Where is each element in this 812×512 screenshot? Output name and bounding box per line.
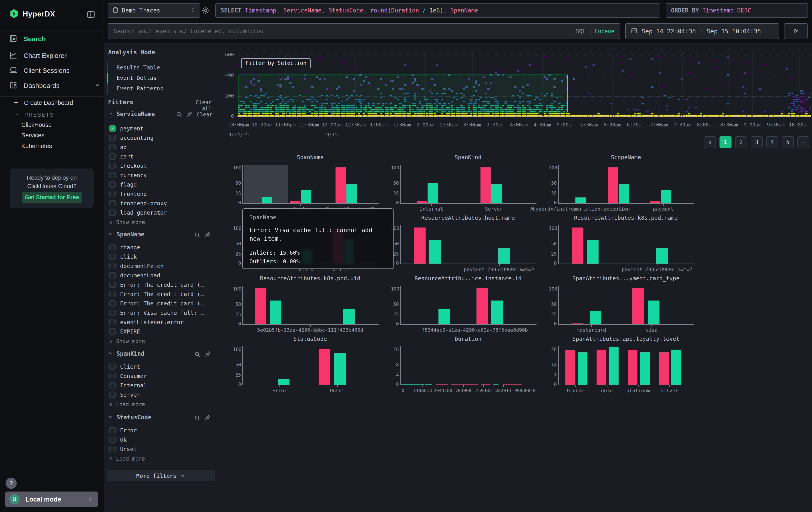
filter-checkbox[interactable] <box>109 281 116 288</box>
delta-bar-inlier[interactable] <box>656 248 668 264</box>
delta-bar-inlier[interactable] <box>334 353 346 385</box>
get-started-button[interactable]: Get Started for Free <box>22 192 82 203</box>
chart-x-label[interactable]: 703098 <box>455 388 471 393</box>
filter-checkbox[interactable] <box>109 300 116 306</box>
pin-icon[interactable] <box>204 351 211 358</box>
sidebar-item-dashboards[interactable]: Dashboards <box>9 81 104 90</box>
page-button-4[interactable]: 4 <box>766 136 778 148</box>
delta-bar-inlier[interactable] <box>262 197 272 203</box>
chevron-down-icon[interactable] <box>108 111 113 117</box>
delta-bar-inlier[interactable] <box>301 190 311 203</box>
delta-bar-inlier[interactable] <box>270 300 281 324</box>
delta-bar-outlier[interactable] <box>290 201 300 203</box>
show-more-button[interactable]: Load more <box>109 456 145 462</box>
delta-bar-inlier[interactable] <box>278 379 289 385</box>
delta-bar-outlier[interactable] <box>336 167 346 203</box>
delta-bar-inlier[interactable] <box>661 190 671 203</box>
filter-option-label[interactable]: Unset <box>120 446 137 452</box>
filter-option-label[interactable]: click <box>120 253 137 260</box>
page-button-3[interactable]: 3 <box>751 136 763 148</box>
chevron-down-icon[interactable] <box>108 231 113 238</box>
chart-x-label[interactable]: visa <box>646 327 658 333</box>
page-button-5[interactable]: 5 <box>782 136 794 148</box>
filter-option-label[interactable]: Ok <box>120 436 127 443</box>
delta-bar-outlier[interactable] <box>417 201 427 203</box>
filter-checkbox[interactable] <box>109 200 116 206</box>
filter-checkbox[interactable] <box>109 363 116 370</box>
filter-option-label[interactable]: eventListener.error <box>120 319 184 325</box>
show-more-button[interactable]: Load more <box>109 401 145 408</box>
filter-checkbox[interactable] <box>109 436 116 443</box>
delta-bar-inlier[interactable] <box>609 347 618 385</box>
gear-icon[interactable] <box>201 6 210 16</box>
sidebar-preset-kubernetes[interactable]: Kubernetes <box>21 143 52 150</box>
chart-x-label[interactable]: gold <box>601 388 613 393</box>
filter-checkbox[interactable] <box>109 291 116 297</box>
chart-x-label[interactable]: 2944180 <box>434 388 452 393</box>
delta-bar-outlier[interactable] <box>572 323 583 324</box>
filter-checkbox[interactable] <box>109 382 116 388</box>
delta-bar-outlier[interactable] <box>414 227 426 264</box>
chart-x-label[interactable]: 759483 <box>475 388 492 393</box>
show-more-button[interactable]: Show more <box>109 338 145 344</box>
delta-bar-outlier[interactable] <box>659 352 669 385</box>
chart-x-label[interactable]: payment <box>653 206 673 212</box>
filter-checkbox[interactable] <box>109 319 116 325</box>
filter-checkbox[interactable] <box>109 182 116 188</box>
sql-select-editor[interactable]: SELECT Timestamp, ServiceName, StatusCod… <box>215 3 660 18</box>
source-select[interactable]: Demo Traces <box>108 3 200 18</box>
filter-option-label[interactable]: accounting <box>120 135 154 141</box>
filter-option-label[interactable]: documentLoad <box>120 272 160 279</box>
delta-bar-outlier[interactable] <box>632 288 644 324</box>
lang-sql-toggle[interactable]: SQL <box>576 28 586 34</box>
filter-checkbox[interactable] <box>109 272 116 278</box>
delta-bar-outlier[interactable] <box>597 350 606 385</box>
filter-option-label[interactable]: flagd <box>120 182 137 188</box>
filter-option-label[interactable]: frontend-proxy <box>120 200 167 207</box>
page-prev-button[interactable]: ‹ <box>704 136 716 148</box>
sidebar-item-client-sessions[interactable]: Client Sessions <box>9 66 104 76</box>
chart-x-label[interactable]: Server <box>485 206 502 212</box>
filter-option-label[interactable]: cart <box>120 153 134 160</box>
sidebar-preset-services[interactable]: Services <box>21 132 45 139</box>
create-dashboard-button[interactable]: Create Dashboard <box>13 99 73 106</box>
filter-checkbox[interactable] <box>109 244 116 250</box>
analysis-mode-option[interactable]: Event Patterns <box>117 85 164 92</box>
filter-option-label[interactable]: change <box>120 244 140 251</box>
filter-checkbox[interactable] <box>109 328 116 334</box>
delta-bar-inlier[interactable] <box>438 309 450 324</box>
chart-x-label[interactable]: 5e02b5fb-13ae-4296-bbbc-111f423c460d <box>257 327 363 333</box>
chevron-down-icon[interactable] <box>108 351 113 357</box>
chart-x-label[interactable]: 99930810 <box>514 388 535 393</box>
chart-x-label[interactable]: 822013 <box>495 388 511 393</box>
chart-x-label[interactable]: Unset <box>330 388 345 393</box>
page-next-button[interactable]: › <box>797 136 809 148</box>
chart-x-label[interactable]: 0 <box>402 388 404 393</box>
chart-x-label[interactable]: bronze <box>567 388 584 393</box>
delta-bar-inlier[interactable] <box>491 184 502 203</box>
search-bar[interactable]: SQL | Lucene <box>108 23 620 39</box>
delta-bar-inlier[interactable] <box>619 184 629 203</box>
chart-x-label[interactable]: f5344ec9-a1ea-4290-a62a-78f5bee8d90b <box>422 327 528 333</box>
delta-bar-outlier[interactable] <box>476 288 488 324</box>
filter-option-label[interactable]: Consumer <box>120 373 147 379</box>
filter-checkbox[interactable] <box>109 153 116 160</box>
more-filters-button[interactable]: More filters <box>107 470 215 481</box>
chart-x-label[interactable]: @hyperdx/instrumentation-exception <box>530 206 630 212</box>
filter-checkbox[interactable] <box>109 191 116 197</box>
filter-by-selection-button[interactable]: Filter by Selection <box>241 58 311 68</box>
delta-bar-inlier[interactable] <box>575 197 586 203</box>
analysis-mode-option[interactable]: Event Deltas <box>117 75 157 81</box>
filter-checkbox[interactable] <box>109 135 116 141</box>
filter-option-label[interactable]: currency <box>120 172 147 179</box>
filter-option-label[interactable]: Error <box>120 427 137 434</box>
filter-option-label[interactable]: Error: The credit card (… <box>120 300 204 307</box>
delta-bar-inlier[interactable] <box>428 183 438 203</box>
clear-filter-button[interactable]: Clear <box>197 111 212 118</box>
filter-option-label[interactable]: Client <box>120 363 140 370</box>
heatmap-selection-region[interactable] <box>238 75 568 112</box>
filter-checkbox[interactable] <box>109 210 116 216</box>
chart-x-label[interactable]: silver <box>660 388 678 393</box>
delta-bar-outlier[interactable] <box>319 349 330 385</box>
filter-checkbox[interactable] <box>109 309 116 316</box>
